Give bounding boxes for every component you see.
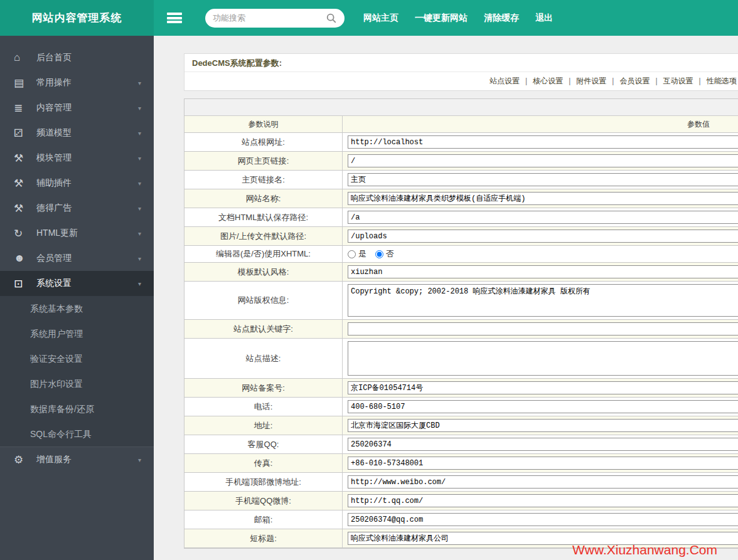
param-value-cell [343, 189, 738, 208]
submenu-item-系统用户管理[interactable]: 系统用户管理 [0, 321, 154, 346]
topnav-item[interactable]: 一键更新网站 [407, 0, 476, 36]
table-row: 站点根网址: [184, 133, 738, 152]
function-search-box[interactable] [205, 9, 345, 28]
tab-会员设置[interactable]: 会员设置 [619, 77, 650, 85]
document-icon: ▤ [14, 77, 36, 90]
tab-附件设置[interactable]: 附件设置 [576, 77, 606, 85]
sidebar-item-模块管理[interactable]: ⚒模块管理▾ [0, 145, 154, 171]
param-input[interactable] [348, 211, 738, 224]
tab-互动设置[interactable]: 互动设置 [663, 77, 693, 85]
tab-站点设置[interactable]: 站点设置 [489, 77, 520, 85]
chevron-down-icon: ▾ [138, 255, 141, 262]
param-input[interactable] [348, 438, 738, 451]
param-input[interactable] [348, 154, 738, 167]
tab-separator: | [569, 77, 570, 85]
tab-separator: | [655, 77, 657, 85]
sidebar-item-常用操作[interactable]: ▤常用操作▾ [0, 70, 154, 95]
param-input[interactable] [348, 475, 738, 489]
param-input[interactable] [348, 381, 738, 394]
users-icon: ☻ [14, 252, 36, 265]
search-input[interactable] [213, 13, 326, 23]
param-label: 站点根网址: [184, 133, 343, 151]
panel-header: DedeCMS系统配置参数: 站点设置|核心设置|附件设置|会员设置|互动设置|… [184, 53, 738, 91]
param-value-cell [343, 227, 738, 245]
param-label: 网站备案号: [184, 379, 343, 397]
param-input[interactable] [348, 173, 738, 186]
param-value-cell [343, 510, 738, 529]
param-input[interactable] [348, 322, 738, 335]
sidebar-item-辅助插件[interactable]: ⚒辅助插件▾ [0, 171, 154, 196]
tab-separator: | [612, 77, 614, 85]
param-value-cell [343, 398, 738, 416]
chevron-down-icon: ▾ [138, 280, 141, 287]
param-label: 主页链接名: [184, 171, 343, 189]
table-row: 编辑器(是/否)使用XHTML:是否 [184, 246, 738, 263]
plug-icon: ⚒ [14, 177, 36, 190]
table-row: 网站名称: [184, 189, 738, 208]
param-value-cell [343, 320, 738, 338]
submenu-item-数据库备份/还原[interactable]: 数据库备份/还原 [0, 396, 154, 421]
param-label: 网页主页链接: [184, 152, 343, 170]
sidebar-item-内容管理[interactable]: ≣内容管理▾ [0, 95, 154, 120]
param-value-cell [343, 473, 738, 491]
param-input[interactable] [348, 419, 738, 432]
sidebar-item-增值服务[interactable]: ⚙增值服务▾ [0, 447, 154, 472]
hamburger-menu-icon[interactable] [167, 13, 182, 23]
sidebar-item-频道模型[interactable]: ⚂频道模型▾ [0, 120, 154, 145]
search-icon[interactable] [326, 13, 337, 24]
chevron-down-icon: ▾ [138, 155, 141, 162]
sidebar-item-HTML更新[interactable]: ↻HTML更新▾ [0, 221, 154, 246]
radio-option-否[interactable]: 否 [375, 248, 394, 260]
config-panel: DedeCMS系统配置参数: 站点设置|核心设置|附件设置|会员设置|互动设置|… [184, 53, 738, 549]
top-header: 网站内容管理系统 网站主页一键更新网站清除缓存退出 [0, 0, 738, 36]
param-textarea[interactable] [348, 341, 738, 376]
topnav-item[interactable]: 网站主页 [355, 0, 407, 36]
param-input[interactable] [348, 400, 738, 413]
submenu-item-SQL命令行工具[interactable]: SQL命令行工具 [0, 421, 154, 446]
config-table: 参数说明 参数值 站点根网址:网页主页链接:主页链接名:网站名称:文档HTML默… [184, 98, 738, 549]
radio-option-是[interactable]: 是 [348, 248, 366, 260]
topnav-item[interactable]: 清除缓存 [476, 0, 527, 36]
sidebar-item-label: 后台首页 [36, 52, 141, 63]
sidebar-item-label: 增值服务 [36, 454, 138, 465]
sidebar-item-后台首页[interactable]: ⌂后台首页 [0, 45, 154, 70]
radio-否[interactable] [375, 250, 383, 258]
tab-核心设置[interactable]: 核心设置 [533, 77, 563, 85]
param-input[interactable] [348, 494, 738, 507]
param-input[interactable] [348, 457, 738, 470]
refresh-icon: ↻ [14, 227, 36, 240]
param-input[interactable] [348, 265, 738, 278]
param-label: 图片/上传文件默认路径: [184, 227, 343, 245]
tab-separator: | [699, 77, 701, 85]
table-row: 网站版权信息: [184, 282, 738, 320]
table-row: 站点描述: [184, 339, 738, 379]
chevron-down-icon: ▾ [138, 105, 141, 112]
param-label: 手机端QQ微博: [184, 492, 343, 510]
param-input[interactable] [348, 192, 738, 205]
top-nav: 网站主页一键更新网站清除缓存退出 [355, 0, 561, 36]
submenu-item-图片水印设置[interactable]: 图片水印设置 [0, 371, 154, 396]
param-textarea[interactable] [348, 284, 738, 317]
param-label: 编辑器(是/否)使用XHTML: [184, 246, 343, 262]
submenu-item-系统基本参数[interactable]: 系统基本参数 [0, 296, 154, 321]
table-row: 图片/上传文件默认路径: [184, 227, 738, 246]
param-input[interactable] [348, 513, 738, 526]
sidebar-item-会员管理[interactable]: ☻会员管理▾ [0, 246, 154, 271]
param-input[interactable] [348, 230, 738, 243]
topnav-item[interactable]: 退出 [527, 0, 561, 36]
table-row: 模板默认风格: [184, 263, 738, 282]
watermark-text: Www.Xiuzhanwang.Com [572, 542, 717, 557]
radio-是[interactable] [348, 250, 356, 258]
table-rows: 站点根网址:网页主页链接:主页链接名:网站名称:文档HTML默认保存路径:图片/… [184, 133, 738, 548]
submenu-item-验证安全设置[interactable]: 验证安全设置 [0, 346, 154, 371]
sidebar-item-德得广告[interactable]: ⚒德得广告▾ [0, 196, 154, 221]
sidebar-item-系统设置[interactable]: ⊡系统设置▾ [0, 271, 154, 296]
tab-性能选项[interactable]: 性能选项 [707, 77, 737, 85]
sidebar: ⌂后台首页▤常用操作▾≣内容管理▾⚂频道模型▾⚒模块管理▾⚒辅助插件▾⚒德得广告… [0, 36, 154, 560]
param-label: 文档HTML默认保存路径: [184, 208, 343, 226]
table-row: 地址: [184, 416, 738, 435]
param-value-cell [343, 208, 738, 226]
home-icon: ⌂ [14, 51, 36, 64]
param-input[interactable] [348, 135, 738, 149]
chevron-down-icon: ▾ [138, 80, 141, 87]
